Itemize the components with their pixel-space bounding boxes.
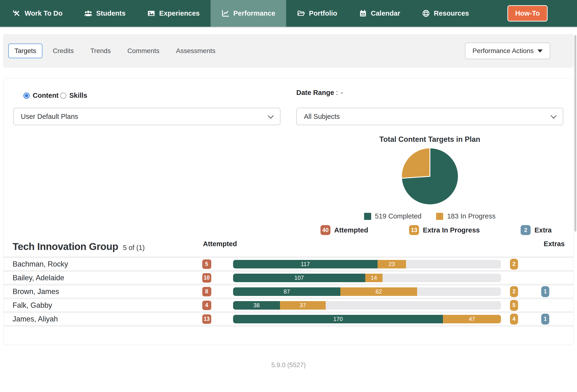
table-row-falk-gabby[interactable]: Falk, Gabby438375 <box>3 297 574 311</box>
how-to-button[interactable]: How-To <box>507 5 548 22</box>
students-table: Bachman, Rocky5117232Bailey, Adelaide101… <box>3 256 574 327</box>
completed-segment: 170 <box>233 315 443 323</box>
completed-segment: 38 <box>233 301 280 310</box>
tab-targets[interactable]: Targets <box>8 44 42 58</box>
in-progress-segment: 47 <box>443 315 501 323</box>
nav-item-portfolio[interactable]: Portfolio <box>286 0 348 27</box>
summary-badge-value: 13 <box>409 225 419 235</box>
summary-attempted: 40Attempted <box>321 225 368 235</box>
pie-legend: 519 Completed183 In Progress <box>296 212 563 220</box>
completed-segment: 117 <box>233 260 378 268</box>
performance-actions-button[interactable]: Performance Actions <box>465 43 550 59</box>
top-nav: Work To DoStudentsExperiencesPerformance… <box>0 0 577 27</box>
scrollbar-thumb[interactable] <box>575 35 576 231</box>
globe-icon <box>422 9 430 17</box>
summary-badge-label: Attempted <box>334 226 368 234</box>
nav-item-students[interactable]: Students <box>73 0 137 27</box>
table-header: Tech Innovation Group 5 of (1) Attempted… <box>3 237 574 256</box>
pie-slice-in-progress[interactable] <box>401 148 430 178</box>
legend-item-183-in-progress[interactable]: 183 In Progress <box>436 212 496 220</box>
attempted-cell: 4 <box>193 301 220 310</box>
nav-item-label: Calendar <box>371 9 400 17</box>
attempted-cell: 5 <box>193 260 220 269</box>
group-title: Tech Innovation Group <box>13 241 118 252</box>
calendar-icon <box>359 9 367 17</box>
nav-item-experiences[interactable]: Experiences <box>137 0 211 27</box>
student-name: Bailey, Adelaide <box>13 274 193 282</box>
tabs: TargetsCreditsTrendsCommentsAssessments <box>8 44 226 58</box>
student-name: James, Aliyah <box>13 315 193 323</box>
radio-content-icon <box>23 93 30 99</box>
caret-down-icon <box>538 49 543 53</box>
nav-item-calendar[interactable]: Calendar <box>348 0 411 27</box>
radio-option-content[interactable]: Content <box>23 92 60 99</box>
nav-item-label: Students <box>96 9 126 17</box>
nav-item-performance[interactable]: Performance <box>211 0 286 27</box>
progress-bar-track: 8762 <box>233 287 501 296</box>
progress-bar-track: 10714 <box>233 274 501 282</box>
tab-trends[interactable]: Trends <box>84 44 117 58</box>
performance-tab-bar: TargetsCreditsTrendsCommentsAssessments … <box>3 34 574 67</box>
plans-select[interactable]: User Default Plans <box>13 108 281 125</box>
summary-badge-label: Extra <box>534 226 552 234</box>
tab-assessments[interactable]: Assessments <box>170 44 222 58</box>
tools-icon <box>13 9 21 17</box>
attempted-cell: 8 <box>193 287 220 296</box>
attempted-badge: 4 <box>202 301 211 310</box>
student-name: Brown, James <box>13 287 193 296</box>
nav-item-work-to-do[interactable]: Work To Do <box>2 0 73 27</box>
progress-bar-cell: 11723 <box>220 260 502 268</box>
attempted-badge: 5 <box>202 260 211 269</box>
legend-item-519-completed[interactable]: 519 Completed <box>364 212 422 220</box>
attempted-cell: 10 <box>193 273 220 283</box>
summary-extra: 2Extra <box>521 225 552 235</box>
progress-bar-cell: 8762 <box>220 287 502 296</box>
progress-bar-track: 11723 <box>233 260 501 268</box>
in-progress-segment: 23 <box>378 260 406 268</box>
progress-bar-cell: 3837 <box>220 301 502 310</box>
nav-items: Work To DoStudentsExperiencesPerformance… <box>0 0 480 27</box>
summary-badge-value: 2 <box>521 225 531 235</box>
extra-badge: 1 <box>541 286 549 297</box>
nav-item-label: Performance <box>233 9 275 17</box>
summary-badge-value: 40 <box>321 225 330 235</box>
pie-chart-title: Total Content Targets in Plan <box>296 135 563 144</box>
table-row-brown-james[interactable]: Brown, James8876221 <box>3 284 574 297</box>
pie-chart-svg <box>400 147 460 206</box>
image-icon <box>147 9 155 17</box>
legend-label: 183 In Progress <box>447 212 496 220</box>
radio-skills-icon <box>60 93 66 99</box>
tab-credits[interactable]: Credits <box>47 44 80 58</box>
date-range-value: - <box>341 89 343 96</box>
extra-in-progress-badge: 5 <box>510 300 518 311</box>
radio-option-skills[interactable]: Skills <box>60 92 89 99</box>
completed-segment: 107 <box>233 274 365 282</box>
extra-in-progress-cell: 4 <box>502 314 526 325</box>
plans-select-value: User Default Plans <box>21 113 78 121</box>
extra-in-progress-badge: 4 <box>510 314 518 325</box>
nav-item-label: Portfolio <box>309 9 337 17</box>
chart-line-icon <box>221 9 229 17</box>
table-row-bachman-rocky[interactable]: Bachman, Rocky5117232 <box>3 256 574 270</box>
tab-comments[interactable]: Comments <box>121 44 166 58</box>
date-range: Date Range:- <box>296 89 343 97</box>
extra-in-progress-badge: 2 <box>510 286 518 297</box>
chevron-down-icon <box>550 113 556 119</box>
extra-cell: 1 <box>526 314 565 325</box>
users-icon <box>84 9 92 17</box>
extra-cell: 1 <box>526 286 565 297</box>
nav-item-label: Experiences <box>159 9 200 17</box>
radio-label: Content <box>33 92 59 99</box>
table-row-james-aliyah[interactable]: James, Aliyah131704741 <box>3 311 574 325</box>
attempted-badge: 10 <box>202 273 211 283</box>
legend-swatch <box>364 213 371 220</box>
nav-item-resources[interactable]: Resources <box>411 0 480 27</box>
in-progress-segment: 14 <box>365 274 383 282</box>
progress-bar-track: 17047 <box>233 315 501 323</box>
attempted-cell: 13 <box>193 314 220 324</box>
table-row-bailey-adelaide[interactable]: Bailey, Adelaide1010714 <box>3 270 574 284</box>
progress-bar-track: 3837 <box>233 301 501 310</box>
radio-label: Skills <box>70 92 87 99</box>
legend-swatch <box>436 213 443 220</box>
subjects-select[interactable]: All Subjects <box>296 108 563 125</box>
